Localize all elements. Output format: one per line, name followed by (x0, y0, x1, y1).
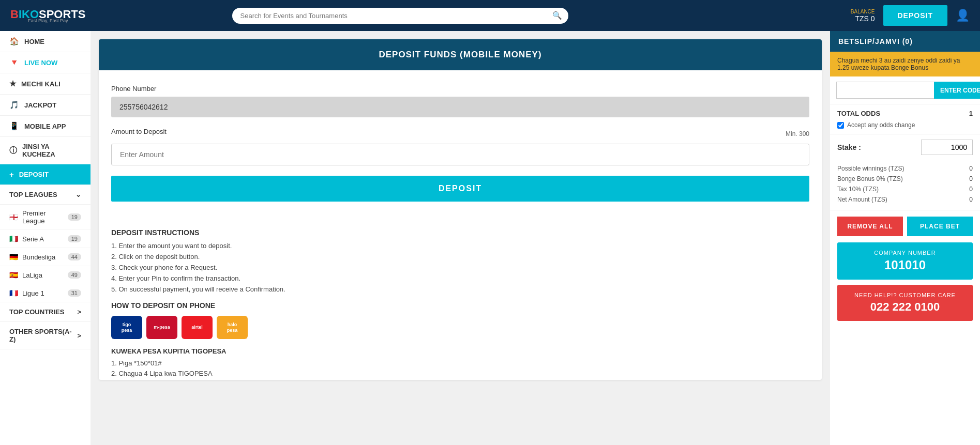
top-leagues-label: TOP LEAGUES (9, 191, 57, 198)
code-input[interactable] (836, 82, 934, 99)
other-sports-label: OTHER SPORTS(A-Z) (9, 328, 77, 343)
league-serie-a[interactable]: 🇮🇹 Serie A 19 (0, 230, 91, 248)
customer-care-label: NEED HELP!? CUSTOMER CARE (845, 292, 966, 298)
premier-league-flag: 🏴󠁧󠁢󠁥󠁮󠁧󠁿 (9, 213, 18, 221)
instruction-2: 2. Click on the deposit button. (111, 253, 809, 260)
net-amount-label: Net Amount (TZS) (837, 196, 887, 203)
place-bet-button[interactable]: PLACE BET (907, 217, 973, 236)
sidebar-deposit-label: DEPOSIT (19, 171, 49, 178)
possible-winnings-value: 0 (969, 165, 973, 172)
accept-odds-label: Accept any odds change (847, 121, 915, 129)
stake-label: Stake : (837, 143, 861, 151)
halo-pesa-logo: halopesa (217, 316, 248, 339)
sidebar-mechi-label: MECHI KALI (21, 80, 61, 88)
logo: BIKOSPORTS Fast Play, Fast Pay (10, 8, 85, 23)
instruction-5: 5. On successful payment, you will recei… (111, 285, 809, 293)
deposit-submit-button[interactable]: DEPOSIT (111, 176, 809, 202)
premier-league-name: Premier League (22, 209, 68, 225)
code-row: ENTER CODE (830, 76, 980, 104)
search-input[interactable] (232, 8, 568, 24)
sidebar-item-mechi-kali[interactable]: ★ MECHI KALI (0, 73, 91, 95)
bonge-bonus-value: 0 (969, 175, 973, 182)
stake-input[interactable] (921, 140, 973, 155)
sidebar-home-label: HOME (24, 38, 44, 45)
net-amount-row: Net Amount (TZS) 0 (837, 194, 973, 205)
instruction-3: 3. Check your phone for a Request. (111, 264, 809, 271)
instructions-title: DEPOSIT INSTRUCTIONS (111, 228, 809, 237)
net-amount-value: 0 (969, 196, 973, 203)
bundesliga-name: Bundesliga (22, 253, 55, 261)
sidebar-item-mobile-app[interactable]: 📱 MOBILE APP (0, 116, 91, 137)
live-icon: 🔻 (9, 58, 19, 67)
tax-value: 0 (969, 186, 973, 193)
deposit-card-body: Phone Number 255756042612 Amount to Depo… (99, 70, 822, 216)
serie-a-count: 19 (68, 235, 81, 242)
top-leagues-section[interactable]: TOP LEAGUES ⌄ (0, 185, 91, 205)
search-bar: 🔍 (232, 8, 568, 24)
kuweka-step-1: 1. Piga *150*01# (111, 359, 809, 367)
tax-row: Tax 10% (TZS) 0 (837, 184, 973, 194)
bonus-message: Chagua mechi 3 au zaidi zenye oddi zaidi… (830, 52, 980, 76)
other-sports-section[interactable]: OTHER SPORTS(A-Z) > (0, 322, 91, 349)
header: BIKOSPORTS Fast Play, Fast Pay 🔍 BALANCE… (0, 0, 980, 31)
amount-input[interactable] (111, 144, 809, 165)
tax-label: Tax 10% (TZS) (837, 186, 879, 193)
customer-care-value: 022 222 0100 (845, 300, 966, 314)
kuweka-title: KUWEKA PESA KUPITIA TIGOPESA (111, 347, 809, 355)
sidebar-item-live-now[interactable]: 🔻 LIVE NOW (0, 52, 91, 73)
how-to-title: HOW TO DEPOSIT ON PHONE (111, 301, 809, 310)
sidebar-item-jackpot[interactable]: 🎵 JACKPOT (0, 95, 91, 116)
total-odds-value: 1 (969, 110, 973, 117)
phone-label: Phone Number (111, 85, 809, 93)
bonge-bonus-label: Bonge Bonus 0% (TZS) (837, 175, 903, 182)
possible-winnings-label: Possible winnings (TZS) (837, 165, 904, 172)
bonge-bonus-row: Bonge Bonus 0% (TZS) 0 (837, 174, 973, 184)
header-deposit-button[interactable]: DEPOSIT (883, 5, 947, 26)
serie-a-flag: 🇮🇹 (9, 235, 18, 243)
sidebar-item-home[interactable]: 🏠 HOME (0, 31, 91, 52)
ligue1-count: 31 (68, 289, 81, 297)
company-number-box: COMPANY NUMBER 101010 (837, 242, 973, 280)
sidebar-item-deposit[interactable]: + DEPOSIT (0, 164, 91, 185)
accept-odds-checkbox[interactable] (837, 122, 844, 129)
fire-icon: ★ (9, 79, 16, 88)
user-icon[interactable]: 👤 (956, 9, 970, 22)
possible-winnings-row: Possible winnings (TZS) 0 (837, 163, 973, 174)
premier-league-count: 19 (68, 213, 81, 221)
instructions-section: DEPOSIT INSTRUCTIONS 1. Enter the amount… (99, 216, 822, 377)
sidebar: 🏠 HOME 🔻 LIVE NOW ★ MECHI KALI 🎵 JACKPOT… (0, 31, 91, 445)
top-countries-section[interactable]: TOP COUNTRIES > (0, 302, 91, 322)
customer-care-box: NEED HELP!? CUSTOMER CARE 022 222 0100 (837, 285, 973, 321)
total-odds-label: TOTAL ODDS (837, 110, 880, 117)
ligue1-flag: 🇫🇷 (9, 289, 18, 297)
sidebar-live-label: LIVE NOW (24, 59, 57, 67)
right-panel: BETSLIP/JAMVI (0) Chagua mechi 3 au zaid… (830, 31, 980, 445)
main-layout: 🏠 HOME 🔻 LIVE NOW ★ MECHI KALI 🎵 JACKPOT… (0, 31, 980, 445)
search-icon: 🔍 (552, 11, 562, 20)
instructions-list: 1. Enter the amount you want to deposit.… (111, 242, 809, 293)
deposit-card-title: DEPOSIT FUNDS (MOBILE MONEY) (99, 39, 822, 70)
main-content: DEPOSIT FUNDS (MOBILE MONEY) Phone Numbe… (91, 31, 830, 445)
accept-odds-row: Accept any odds change (830, 119, 980, 134)
company-number-value: 101010 (845, 258, 966, 272)
m-pesa-logo: m-pesa (146, 316, 177, 339)
action-buttons: REMOVE ALL PLACE BET (830, 210, 980, 242)
remove-all-button[interactable]: REMOVE ALL (837, 217, 903, 236)
top-leagues-chevron: ⌄ (76, 191, 81, 198)
enter-code-button[interactable]: ENTER CODE (934, 82, 980, 99)
laliga-name: LaLiga (22, 271, 42, 279)
league-laliga[interactable]: 🇪🇸 LaLiga 49 (0, 266, 91, 284)
tigo-pesa-logo: tigopesa (111, 316, 142, 339)
top-countries-label: TOP COUNTRIES (9, 308, 64, 316)
sidebar-item-jinsi[interactable]: ⓘ JINSI YA KUCHEZA (0, 137, 91, 164)
laliga-flag: 🇪🇸 (9, 271, 18, 279)
instruction-1: 1. Enter the amount you want to deposit. (111, 242, 809, 250)
league-bundesliga[interactable]: 🇩🇪 Bundesliga 44 (0, 248, 91, 266)
instruction-4: 4. Enter your Pin to confirm the transac… (111, 274, 809, 282)
top-countries-chevron: > (77, 308, 81, 316)
balance-label: BALANCE (851, 9, 875, 14)
league-ligue1[interactable]: 🇫🇷 Ligue 1 31 (0, 284, 91, 302)
serie-a-name: Serie A (22, 235, 44, 243)
league-premier-league[interactable]: 🏴󠁧󠁢󠁥󠁮󠁧󠁿 Premier League 19 (0, 205, 91, 230)
jackpot-icon: 🎵 (9, 100, 19, 110)
